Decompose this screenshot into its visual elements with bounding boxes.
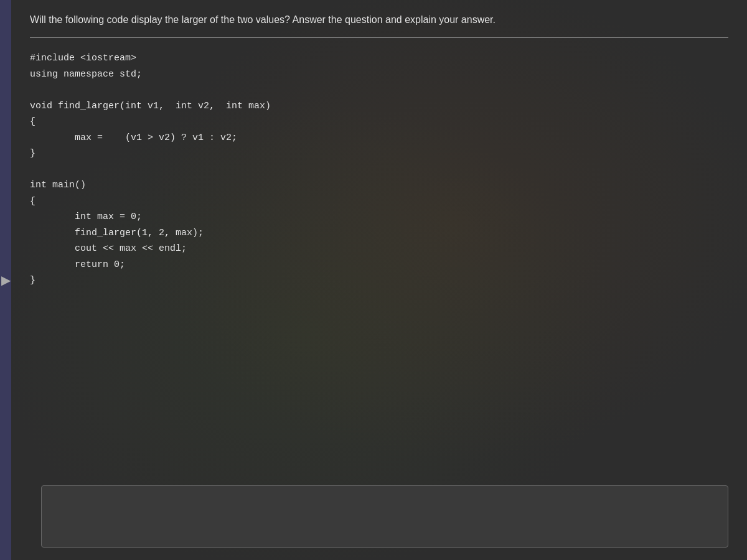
main-content: Will the following code display the larg… xyxy=(11,0,747,560)
code-line-9: int main() xyxy=(30,180,86,190)
code-line-6: max = (v1 > v2) ? v1 : v2; xyxy=(52,133,237,143)
code-line-11: int max = 0; xyxy=(52,212,142,222)
code-line-13: cout << max << endl; xyxy=(52,243,187,254)
divider xyxy=(30,37,728,38)
code-block: #include <iostream> using namespace std;… xyxy=(30,50,728,289)
code-line-12: find_larger(1, 2, max); xyxy=(52,228,204,238)
code-line-2: using namespace std; xyxy=(30,69,142,80)
code-line-1: #include <iostream> xyxy=(30,53,136,63)
code-line-7: } xyxy=(30,148,35,159)
code-line-14: return 0; xyxy=(52,259,125,270)
nav-arrow[interactable]: ▶ xyxy=(0,273,11,287)
code-line-15: } xyxy=(30,275,35,286)
code-line-4: void find_larger(int v1, int v2, int max… xyxy=(30,101,271,111)
answer-input-box[interactable] xyxy=(41,485,728,548)
content-wrapper: Will the following code display the larg… xyxy=(30,12,728,289)
code-line-5: { xyxy=(30,116,35,127)
question-text: Will the following code display the larg… xyxy=(30,12,728,27)
code-line-10: { xyxy=(30,196,35,207)
